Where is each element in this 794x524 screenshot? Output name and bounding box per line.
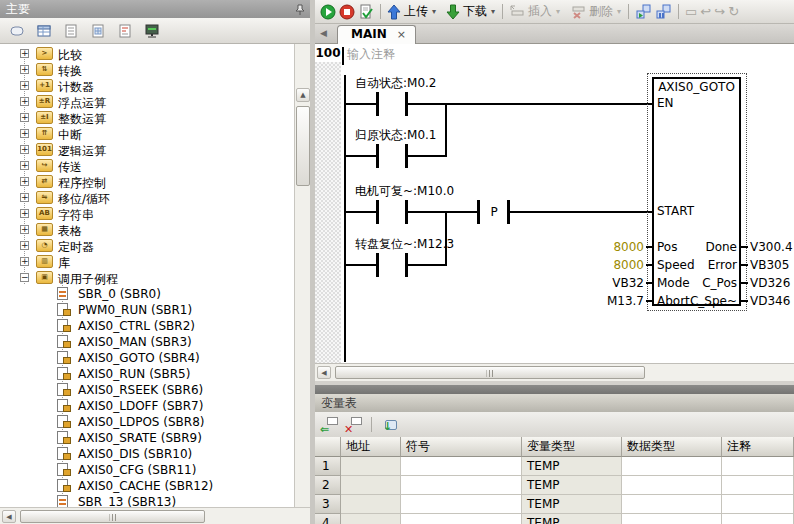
tree-category[interactable]: +⇈中断 [0, 126, 294, 142]
upload-dropdown-arrow[interactable]: ▾ [432, 7, 436, 16]
tree-category[interactable]: +◔定时器 [0, 238, 294, 254]
tree-vertical-scrollbar[interactable]: ▲ [294, 44, 310, 507]
row-number[interactable]: 1 [315, 457, 341, 476]
expand-icon[interactable]: + [20, 113, 29, 122]
table-cell-symbol[interactable] [401, 495, 522, 514]
tree-category[interactable]: −▣调用子例程 [0, 270, 294, 286]
horizontal-scroll-thumb[interactable] [20, 510, 205, 523]
expand-icon[interactable]: + [20, 49, 29, 58]
program-edit-view-icon[interactable] [7, 22, 27, 40]
table-cell-address[interactable] [341, 514, 401, 524]
column-header[interactable]: 地址 [341, 437, 401, 457]
block-input-value[interactable]: M13.7 [574, 294, 644, 308]
tree-category[interactable]: +±I整数运算 [0, 110, 294, 126]
download-dropdown-arrow[interactable]: ▾ [491, 7, 495, 16]
cross-reference-view-icon[interactable] [115, 22, 135, 40]
tree-subroutine[interactable]: PWM0_RUN (SBR1) [0, 302, 294, 318]
scroll-left-button[interactable]: ◀ [2, 510, 16, 523]
insert-row-button[interactable]: ⇐ [320, 416, 339, 433]
expand-icon[interactable]: + [20, 81, 29, 90]
stop-button[interactable] [339, 4, 355, 20]
run-button[interactable] [320, 4, 336, 20]
tree-subroutine[interactable]: AXIS0_MAN (SBR3) [0, 334, 294, 350]
tree-subroutine[interactable]: AXIS0_CTRL (SBR2) [0, 318, 294, 334]
tree-category[interactable]: +>比较 [0, 46, 294, 62]
clear-bookmarks-icon[interactable]: ↻ [728, 4, 739, 19]
program-status-pause-icon[interactable] [655, 4, 672, 20]
table-cell-data_type[interactable] [622, 476, 722, 495]
editor-horizontal-scrollbar[interactable]: ◀ [315, 363, 794, 381]
block-input-value[interactable]: 8000 [574, 258, 644, 272]
table-cell-comment[interactable] [722, 514, 794, 524]
expand-icon[interactable]: + [20, 145, 29, 154]
table-cell-symbol[interactable] [401, 514, 522, 524]
upload-button[interactable]: 上传 [404, 3, 428, 20]
expand-icon[interactable]: + [20, 97, 29, 106]
tree-subroutine[interactable]: AXIS0_LDOFF (SBR7) [0, 398, 294, 414]
download-button[interactable]: 下载 [463, 3, 487, 20]
table-cell-var_type[interactable]: TEMP [522, 495, 622, 514]
block-input-value[interactable]: 8000 [574, 240, 644, 254]
program-status-start-icon[interactable] [635, 4, 652, 20]
row-number[interactable]: 2 [315, 476, 341, 495]
vertical-scroll-thumb[interactable] [296, 106, 310, 186]
row-number[interactable]: 3 [315, 495, 341, 514]
expand-icon[interactable]: + [20, 129, 29, 138]
tree-category[interactable]: +▦表格 [0, 222, 294, 238]
data-block-view-icon[interactable] [88, 22, 108, 40]
tree-subroutine[interactable]: AXIS0_SRATE (SBR9) [0, 430, 294, 446]
delete-row-button[interactable]: ✕ [344, 416, 363, 433]
column-header[interactable]: 注释 [722, 437, 794, 457]
insert-dropdown-arrow[interactable]: ▾ [556, 7, 560, 16]
symbol-table-view-icon[interactable] [34, 22, 54, 40]
table-cell-symbol[interactable] [401, 476, 522, 495]
expand-icon[interactable]: + [20, 209, 29, 218]
tree-category[interactable]: +AB字符串 [0, 206, 294, 222]
table-cell-var_type[interactable]: TEMP [522, 457, 622, 476]
table-cell-address[interactable] [341, 476, 401, 495]
expand-icon[interactable]: + [20, 177, 29, 186]
tree-subroutine[interactable]: AXIS0_RSEEK (SBR6) [0, 382, 294, 398]
network-comment-placeholder[interactable]: 输入注释 [347, 47, 395, 61]
insert-button[interactable]: 插入 [528, 3, 552, 20]
expand-icon[interactable]: + [20, 65, 29, 74]
table-cell-symbol[interactable] [401, 457, 522, 476]
horizontal-splitter[interactable] [315, 385, 794, 394]
table-cell-var_type[interactable]: TEMP [522, 476, 622, 495]
tree-category[interactable]: +⇅转换 [0, 62, 294, 78]
table-cell-comment[interactable] [722, 495, 794, 514]
tree-subroutine[interactable]: SBR_13 (SBR13) [0, 494, 294, 507]
tree-subroutine[interactable]: AXIS0_LDPOS (SBR8) [0, 414, 294, 430]
collapse-icon[interactable]: − [20, 273, 29, 282]
column-header[interactable]: 变量类型 [522, 437, 622, 457]
tab-main[interactable]: MAIN× [337, 25, 416, 44]
variable-table[interactable]: 地址符号变量类型数据类型注释1TEMP2TEMP3TEMP4TEMP [315, 437, 794, 524]
tree-category[interactable]: +⇋移位/循环 [0, 190, 294, 206]
ladder-editor[interactable]: 100 输入注释自动状态:M0.2归原状态:M0.1电机可复~:M10.0转盘复… [315, 44, 794, 363]
tree-category[interactable]: +±R浮点运算 [0, 94, 294, 110]
delete-dropdown-arrow[interactable]: ▾ [617, 7, 621, 16]
tree-category[interactable]: ++1计数器 [0, 78, 294, 94]
table-cell-address[interactable] [341, 495, 401, 514]
block-output-value[interactable]: VD346 [750, 294, 790, 308]
tree-subroutine[interactable]: AXIS0_GOTO (SBR4) [0, 350, 294, 366]
table-cell-comment[interactable] [722, 476, 794, 495]
expand-icon[interactable]: + [20, 241, 29, 250]
communication-view-icon[interactable] [142, 22, 162, 40]
upload-icon[interactable] [387, 4, 401, 20]
row-number[interactable]: 4 [315, 514, 341, 524]
expand-icon[interactable]: + [20, 161, 29, 170]
tree-subroutine[interactable]: SBR_0 (SBR0) [0, 286, 294, 302]
table-cell-data_type[interactable] [622, 457, 722, 476]
editor-scroll-thumb[interactable] [335, 366, 645, 379]
tree-category[interactable]: +⇄程序控制 [0, 174, 294, 190]
tab-scroll-left-icon[interactable]: ◀ [320, 28, 327, 38]
previous-bookmark-icon[interactable]: ↩ [700, 4, 711, 19]
tree-horizontal-scrollbar[interactable]: ◀ [0, 507, 310, 524]
block-output-value[interactable]: V300.4 [750, 240, 793, 254]
scroll-up-button[interactable]: ▲ [296, 88, 310, 102]
column-header[interactable]: 符号 [401, 437, 522, 457]
compile-button[interactable] [358, 4, 374, 20]
block-input-value[interactable]: VB32 [574, 276, 644, 290]
download-table-button[interactable]: ↓ [380, 416, 399, 433]
